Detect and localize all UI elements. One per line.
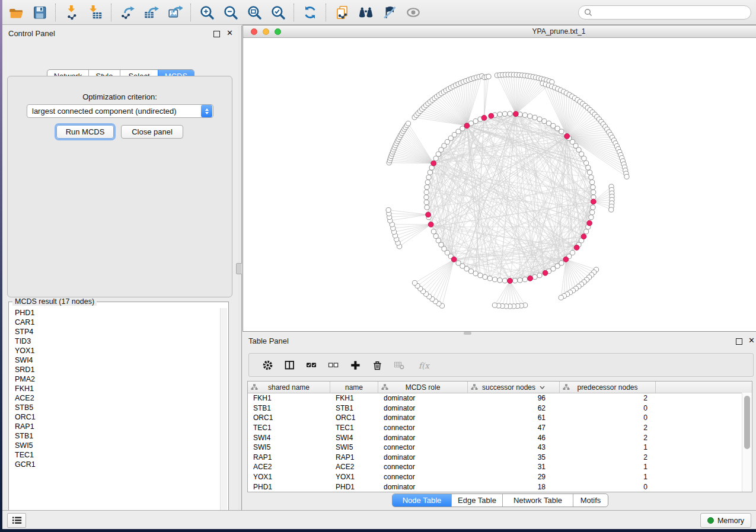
criterion-select[interactable]: largest connected component (undirected) [27, 104, 213, 118]
table-scrollbar[interactable] [742, 393, 752, 492]
control-panel-title: Control Panel [8, 29, 55, 38]
open-session-icon [8, 5, 24, 20]
export-network-button[interactable] [119, 4, 136, 21]
panel-splitter[interactable] [238, 25, 242, 511]
table-row[interactable]: RAP1RAP1dominator352 [248, 453, 752, 463]
save-session-button[interactable] [31, 4, 49, 21]
export-image-button[interactable] [166, 4, 184, 21]
mcds-list-scrollbar[interactable] [220, 308, 227, 521]
column-header-predecessor-nodes[interactable]: predecessor nodes [560, 382, 656, 393]
mcds-result-item[interactable]: STB1 [10, 431, 221, 441]
table-tab-network-table[interactable]: Network Table [502, 494, 573, 507]
run-mcds-button[interactable]: Run MCDS [56, 125, 114, 139]
unselect-all-button[interactable] [328, 360, 339, 371]
column-header-shared-name[interactable]: shared name [248, 382, 330, 393]
export-table-button[interactable] [142, 4, 160, 21]
network-search[interactable] [578, 5, 751, 20]
control-panel-float-button[interactable] [213, 31, 220, 37]
zoom-fit-button[interactable] [245, 4, 263, 21]
table-cell: 35 [468, 453, 560, 462]
table-panel-close-button[interactable]: ✕ [748, 336, 755, 345]
table-cell: TEC1 [330, 424, 378, 432]
table-cell: FKH1 [330, 394, 378, 402]
hide-selected-button[interactable] [381, 4, 398, 21]
table-cell: 2 [560, 424, 656, 432]
table-row[interactable]: PHD1PHD1dominator180 [248, 482, 752, 492]
table-settings-button[interactable] [262, 360, 273, 371]
mcds-result-item[interactable]: STP4 [10, 327, 221, 336]
search-input[interactable] [596, 8, 746, 17]
panel-menu-button[interactable] [7, 513, 26, 528]
refresh-layout-button[interactable] [301, 4, 319, 21]
zoom-in-button[interactable] [198, 4, 216, 21]
delete-table-button [394, 360, 405, 371]
table-tabs: Node TableEdge TableNetwork TableMotifs [392, 493, 608, 507]
mcds-result-item[interactable]: TEC1 [10, 450, 221, 460]
mcds-result-item[interactable]: RAP1 [10, 422, 221, 431]
table-tab-motifs[interactable]: Motifs [573, 494, 608, 507]
add-column-button[interactable] [350, 360, 361, 371]
column-header-MCDS-role[interactable]: MCDS role [378, 382, 468, 393]
zoom-in-icon [199, 5, 215, 20]
import-network-button[interactable] [63, 4, 81, 21]
table-scrollbar-thumb[interactable] [744, 396, 750, 449]
import-table-button[interactable] [87, 4, 104, 21]
mcds-result-item[interactable]: SWI5 [10, 441, 221, 450]
table-toolbar: f(x) [248, 353, 754, 377]
column-label: predecessor nodes [577, 383, 637, 392]
clone-network-button[interactable] [333, 4, 351, 21]
table-row[interactable]: SWI4SWI4dominator462 [248, 432, 752, 443]
first-neighbors-button[interactable] [357, 4, 375, 21]
memory-label: Memory [717, 517, 744, 525]
table-header: shared namenameMCDS rolesuccessor nodesp… [248, 382, 752, 393]
status-bar: Memory [2, 510, 756, 529]
mcds-result-item[interactable]: PMA2 [10, 374, 221, 384]
close-panel-button[interactable]: Close panel [121, 125, 183, 139]
table-row[interactable]: SWI5SWI5connector431 [248, 443, 752, 453]
table-cell: 0 [560, 414, 656, 422]
table-row[interactable]: FKH1FKH1dominator962 [248, 393, 752, 403]
mcds-result-item[interactable]: SWI4 [10, 355, 221, 365]
mcds-result-item[interactable]: SRD1 [10, 365, 221, 374]
mcds-result-item[interactable]: STB5 [10, 403, 221, 412]
mcds-result-item[interactable]: CAR1 [10, 318, 221, 327]
show-columns-button[interactable] [284, 360, 295, 371]
network-window-titlebar[interactable]: YPA_prune.txt_1 [243, 25, 756, 38]
column-label: MCDS role [406, 383, 441, 392]
show-all-icon [406, 5, 421, 20]
memory-button[interactable]: Memory [700, 513, 751, 528]
mcds-result-item[interactable]: FKH1 [10, 384, 221, 393]
control-panel-close-button[interactable]: ✕ [227, 28, 233, 37]
mcds-result-item[interactable]: ACE2 [10, 393, 221, 403]
table-tab-node-table[interactable]: Node Table [393, 494, 451, 507]
mcds-result-item[interactable]: TID3 [10, 336, 221, 346]
network-canvas[interactable] [243, 38, 756, 331]
delete-column-button[interactable] [372, 360, 383, 371]
mcds-result-box: MCDS result (17 nodes) PHD1CAR1STP4TID3Y… [8, 302, 229, 523]
refresh-layout-icon [302, 5, 318, 20]
mcds-result-item[interactable]: YOX1 [10, 346, 221, 355]
select-all-button[interactable] [306, 360, 317, 371]
table-row[interactable]: YOX1YOX1connector291 [248, 472, 752, 482]
table-cell: 43 [468, 443, 560, 451]
table-panel-splitter-handle[interactable] [464, 332, 471, 335]
table-tab-edge-table[interactable]: Edge Table [451, 494, 502, 507]
table-cell: 0 [560, 404, 656, 412]
show-all-button[interactable] [404, 4, 422, 21]
zoom-selected-button[interactable] [269, 4, 287, 21]
column-header-successor-nodes[interactable]: successor nodes [468, 382, 560, 393]
table-row[interactable]: ORC1ORC1dominator610 [248, 413, 752, 423]
column-header-name[interactable]: name [330, 382, 378, 393]
table-panel-float-button[interactable] [736, 338, 742, 345]
sort-desc-icon [540, 386, 545, 389]
mcds-result-item[interactable]: ORC1 [10, 412, 221, 422]
network-graph[interactable] [243, 38, 756, 331]
open-session-button[interactable] [7, 4, 25, 21]
table-row[interactable]: STB1STB1dominator620 [248, 403, 752, 414]
table-row[interactable]: ACE2ACE2connector311 [248, 462, 752, 472]
mcds-result-item[interactable]: PHD1 [10, 308, 221, 318]
zoom-out-button[interactable] [222, 4, 240, 21]
mcds-result-item[interactable]: GCR1 [10, 460, 221, 469]
table-row[interactable]: TEC1TEC1connector472 [248, 423, 752, 433]
toolbar-group [198, 4, 287, 21]
